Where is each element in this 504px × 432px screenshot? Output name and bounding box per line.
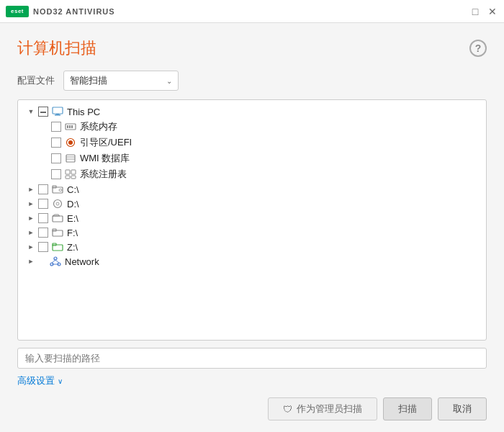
- computer-icon: [52, 106, 63, 117]
- network-icon: [50, 256, 61, 267]
- config-label: 配置文件: [17, 74, 55, 87]
- checkbox-system-memory[interactable]: [51, 122, 61, 132]
- drive-c-icon: [52, 184, 63, 195]
- tree-item-drive-e[interactable]: ► E:\: [18, 211, 486, 225]
- tree-item-registry[interactable]: ▶ 系统注册表: [18, 166, 486, 182]
- minimize-button[interactable]: □: [469, 6, 481, 17]
- svg-line-29: [52, 260, 55, 263]
- expander-drive-e[interactable]: ►: [25, 212, 37, 224]
- tree-item-wmi-db[interactable]: ▶ WMI 数据库: [18, 150, 486, 166]
- tree-item-drive-c[interactable]: ► C:\: [18, 182, 486, 197]
- expander-network[interactable]: ►: [25, 256, 37, 267]
- drive-e-icon: [52, 212, 63, 224]
- advanced-settings-row[interactable]: 高级设置 ∨: [17, 374, 487, 387]
- expander-drive-c[interactable]: ►: [25, 184, 37, 195]
- tree-item-this-pc[interactable]: ▼ This PC: [18, 104, 486, 119]
- shield-icon: 🛡: [283, 404, 292, 415]
- svg-point-8: [68, 140, 73, 145]
- svg-rect-9: [66, 155, 75, 162]
- titlebar: eset NOD32 ANTIVIRUS □ ✕: [0, 0, 504, 23]
- tree-label-wmi-db: WMI 数据库: [80, 152, 130, 165]
- help-button[interactable]: ?: [469, 40, 487, 57]
- chevron-down-icon: ⌄: [166, 77, 172, 85]
- drive-z-icon: [52, 241, 63, 253]
- path-input-row: [17, 348, 487, 369]
- tree-item-drive-d[interactable]: ► D:\: [18, 197, 486, 211]
- tree-label-network: Network: [65, 256, 99, 267]
- advanced-settings-label[interactable]: 高级设置: [17, 374, 55, 387]
- app-name: NOD32 ANTIVIRUS: [33, 7, 115, 16]
- svg-point-26: [54, 257, 57, 260]
- svg-rect-1: [55, 114, 60, 116]
- svg-point-20: [56, 202, 59, 205]
- scan-button[interactable]: 扫描: [383, 397, 432, 420]
- buttons-row: 🛡 作为管理员扫描 扫描 取消: [17, 397, 487, 420]
- expander-drive-f[interactable]: ►: [25, 227, 37, 238]
- path-input[interactable]: [17, 348, 487, 369]
- checkbox-drive-z[interactable]: [38, 242, 48, 252]
- window-controls: □ ✕: [469, 6, 498, 17]
- config-select-value: 智能扫描: [70, 74, 107, 87]
- boot-icon: [65, 137, 76, 148]
- tree-label-system-memory: 系统内存: [80, 120, 117, 133]
- file-tree-panel[interactable]: ▼ This PC ▶ 系统内存 ▶ 引: [17, 99, 487, 341]
- chevron-down-icon: ∨: [58, 377, 63, 385]
- expander-this-pc[interactable]: ▼: [25, 106, 37, 117]
- svg-rect-14: [66, 176, 70, 179]
- svg-rect-2: [56, 114, 59, 114]
- checkbox-registry[interactable]: [51, 169, 61, 179]
- tree-label-this-pc: This PC: [67, 107, 100, 117]
- tree-item-network[interactable]: ► Network: [18, 254, 486, 269]
- tree-label-drive-c: C:\: [67, 184, 79, 195]
- svg-point-19: [54, 200, 62, 208]
- tree-label-drive-f: F:\: [67, 228, 78, 238]
- cancel-button[interactable]: 取消: [438, 397, 487, 420]
- checkbox-drive-c[interactable]: [38, 184, 48, 194]
- memory-icon: [65, 121, 76, 132]
- svg-rect-5: [69, 125, 71, 128]
- tree-item-system-memory[interactable]: ▶ 系统内存: [18, 119, 486, 135]
- tree-item-drive-z[interactable]: ► Z:\: [18, 240, 486, 254]
- svg-rect-4: [67, 125, 68, 128]
- drive-d-icon: [52, 198, 63, 210]
- checkbox-this-pc[interactable]: [38, 107, 48, 117]
- checkbox-wmi-db[interactable]: [51, 153, 61, 163]
- svg-rect-21: [53, 216, 63, 222]
- expander-drive-d[interactable]: ►: [25, 198, 37, 210]
- checkbox-boot-uefi[interactable]: [51, 138, 61, 148]
- close-button[interactable]: ✕: [487, 6, 498, 17]
- registry-icon: [65, 168, 76, 180]
- checkbox-drive-e[interactable]: [38, 213, 48, 223]
- tree-label-drive-z: Z:\: [67, 242, 78, 253]
- config-select[interactable]: 智能扫描 ⌄: [63, 71, 179, 91]
- eset-logo-icon: eset: [6, 6, 29, 17]
- config-row: 配置文件 智能扫描 ⌄: [17, 71, 487, 91]
- svg-line-30: [55, 260, 59, 263]
- checkbox-drive-d[interactable]: [38, 199, 48, 209]
- svg-rect-0: [53, 107, 63, 114]
- checkbox-drive-f[interactable]: [38, 228, 48, 238]
- svg-rect-13: [71, 170, 76, 174]
- svg-rect-12: [66, 170, 70, 174]
- page-header: 计算机扫描 ?: [17, 37, 487, 59]
- page-title: 计算机扫描: [17, 37, 96, 59]
- expander-drive-z[interactable]: ►: [25, 241, 37, 253]
- tree-label-boot-uefi: 引导区/UEFI: [80, 136, 132, 149]
- admin-scan-button[interactable]: 🛡 作为管理员扫描: [268, 397, 377, 420]
- svg-point-18: [59, 189, 62, 192]
- tree-label-drive-d: D:\: [67, 199, 79, 210]
- svg-rect-15: [71, 176, 76, 179]
- tree-label-registry: 系统注册表: [80, 168, 127, 181]
- titlebar-logo: eset NOD32 ANTIVIRUS: [6, 6, 469, 17]
- main-content: 计算机扫描 ? 配置文件 智能扫描 ⌄ ▼ This PC ▶: [0, 23, 504, 432]
- tree-label-drive-e: E:\: [67, 213, 78, 224]
- wmi-icon: [65, 153, 76, 164]
- svg-rect-6: [71, 125, 73, 128]
- tree-item-boot-uefi[interactable]: ▶ 引导区/UEFI: [18, 135, 486, 150]
- drive-f-icon: [52, 227, 63, 238]
- tree-item-drive-f[interactable]: ► F:\: [18, 225, 486, 240]
